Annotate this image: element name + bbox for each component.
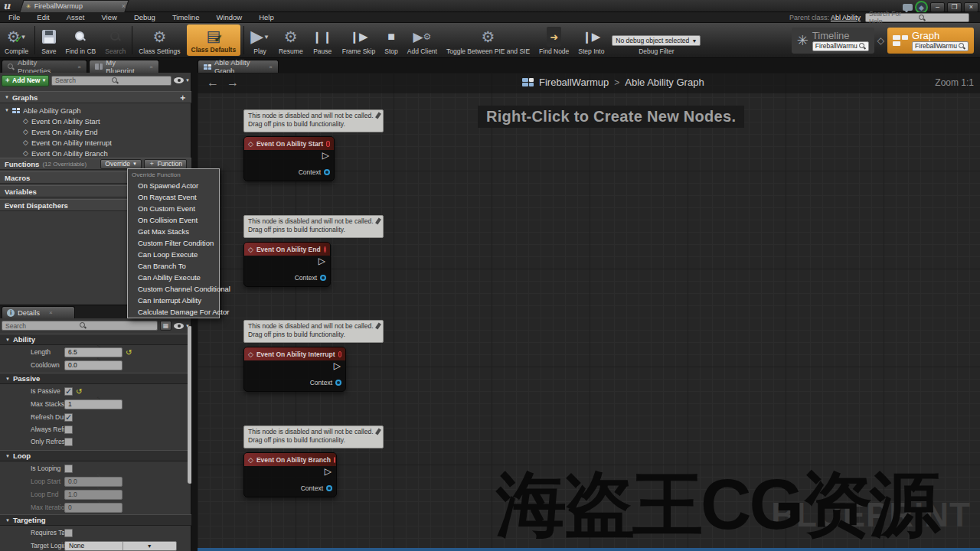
tree-item-event-on-ability-branch[interactable]: ◇ Event On Ability Branch xyxy=(0,148,191,158)
menu-item-on-collision-event[interactable]: On Collision Event xyxy=(128,214,219,226)
exec-output-pin[interactable]: ▷ xyxy=(318,256,325,266)
find-in-cb-button[interactable]: Find in CB xyxy=(61,23,101,57)
is-passive-checkbox[interactable] xyxy=(64,387,73,396)
loop-end-input[interactable]: 1.0↔ xyxy=(64,490,122,500)
view-options-button[interactable]: ▼ xyxy=(174,77,190,83)
requires-target-checkbox[interactable] xyxy=(64,529,73,537)
stop-button[interactable]: ■ Stop xyxy=(380,23,403,57)
menu-help[interactable]: Help xyxy=(250,13,283,21)
class-settings-button[interactable]: ⚙ Class Settings xyxy=(134,23,185,57)
menu-item-get-max-stacks[interactable]: Get Max Stacks xyxy=(128,226,219,237)
frame-skip-button[interactable]: ❙▶ Frame Skip xyxy=(338,23,380,57)
close-icon[interactable]: × xyxy=(269,64,273,70)
max-stacks-input[interactable]: 1↔ xyxy=(64,399,122,409)
tree-item-event-on-ability-start[interactable]: ◇ Event On Ability Start xyxy=(0,116,191,126)
search-button[interactable]: Search xyxy=(100,23,130,57)
close-icon[interactable]: × xyxy=(77,64,81,70)
close-icon[interactable]: × xyxy=(49,309,53,316)
help-search-input[interactable]: Search For Help xyxy=(865,13,969,22)
refresh-duration-checkbox[interactable] xyxy=(64,413,73,422)
menu-item-calculate-damage-for-actor[interactable]: Calculate Damage For Actor xyxy=(128,306,219,318)
tab-ability-properties[interactable]: Ability Properties × xyxy=(2,60,87,73)
node-event-on-ability-interrupt[interactable]: ◇Event On Ability Interrupt ▷ Context xyxy=(243,347,346,392)
loop-start-input[interactable]: 0.0↔ xyxy=(64,477,122,487)
add-graph-button[interactable]: ＋ xyxy=(178,92,187,103)
debug-object-select[interactable]: No debug object selected ▼ xyxy=(612,35,701,46)
tab-details[interactable]: i Details × xyxy=(2,306,75,318)
maximize-button[interactable]: ❐ xyxy=(947,2,962,12)
menu-window[interactable]: Window xyxy=(207,13,250,21)
is-looping-checkbox[interactable] xyxy=(64,465,73,473)
breadcrumb-root[interactable]: FireballWarmup xyxy=(539,77,609,88)
class-defaults-button[interactable]: ▤✓ Class Defaults xyxy=(187,24,241,56)
parent-class-link[interactable]: Abl Ability xyxy=(831,14,861,21)
only-refresh-loop-checkbox[interactable] xyxy=(64,438,73,446)
expander-icon[interactable]: ▼ xyxy=(5,108,9,112)
nav-back-button[interactable]: ← xyxy=(207,76,219,90)
find-node-button[interactable]: ➜ Find Node xyxy=(534,23,573,57)
tree-item-able-ability-graph[interactable]: ▼ Able Ability Graph xyxy=(0,105,191,116)
pause-button[interactable]: ❙❙ Pause xyxy=(308,23,338,57)
context-output-pin[interactable] xyxy=(324,169,330,175)
context-output-pin[interactable] xyxy=(335,380,341,386)
revert-icon[interactable]: ↺ xyxy=(76,387,82,396)
graph-search-field[interactable]: FireballWarmu xyxy=(912,41,969,51)
close-button[interactable]: × xyxy=(964,2,978,12)
revert-icon[interactable]: ↺ xyxy=(126,348,132,357)
graph-mode-button[interactable]: Graph FireballWarmu xyxy=(887,28,974,54)
target-logic-select[interactable]: None ▼ xyxy=(64,541,177,551)
tab-my-blueprint[interactable]: My Blueprint × xyxy=(89,60,159,73)
property-matrix-icon[interactable]: ▦ xyxy=(160,321,172,331)
menu-item-can-interrupt-ability[interactable]: Can Interrupt Ability xyxy=(128,295,219,306)
max-iterations-input[interactable]: 0↔ xyxy=(64,503,122,513)
exec-output-pin[interactable]: ▷ xyxy=(334,360,341,371)
close-icon[interactable]: × xyxy=(149,64,153,70)
always-refresh-checkbox[interactable] xyxy=(64,425,73,434)
cooldown-input[interactable]: 0.0↔ xyxy=(64,360,122,370)
menu-item-can-branch-to[interactable]: Can Branch To xyxy=(128,260,219,272)
blueprint-search-input[interactable]: Search xyxy=(51,76,172,86)
step-into-button[interactable]: ❙▶ Step Into xyxy=(573,23,609,57)
tree-item-event-on-ability-end[interactable]: ◇ Event On Ability End xyxy=(0,126,191,137)
nav-forward-button[interactable]: → xyxy=(227,76,239,90)
node-event-on-ability-branch[interactable]: ◇Event On Ability Branch ▷ Context xyxy=(243,452,337,497)
menu-edit[interactable]: Edit xyxy=(28,13,57,21)
exec-output-pin[interactable]: ▷ xyxy=(322,150,329,161)
menu-view[interactable]: View xyxy=(93,13,125,21)
timeline-search-field[interactable]: FireballWarmu xyxy=(812,41,869,51)
length-input[interactable]: 6.5↔ xyxy=(64,347,122,357)
menu-item-custom-filter-condition[interactable]: Custom Filter Condition xyxy=(128,237,219,249)
menu-item-on-raycast-event[interactable]: On Raycast Event xyxy=(128,191,219,203)
node-event-on-ability-end[interactable]: ◇Event On Ability End ▷ Context xyxy=(243,242,331,287)
menu-file[interactable]: File xyxy=(0,13,28,21)
breadcrumb-current[interactable]: Able Ability Graph xyxy=(625,77,704,88)
save-button[interactable]: Save xyxy=(37,23,60,57)
menu-item-custom-channel-conditional[interactable]: Custom Channel Conditional xyxy=(128,283,219,295)
tree-item-event-on-ability-interrupt[interactable]: ◇ Event On Ability Interrupt xyxy=(0,137,191,148)
menu-debug[interactable]: Debug xyxy=(126,13,164,21)
toggle-pie-sie-button[interactable]: ⚙ Toggle Between PIE and SIE xyxy=(442,23,534,57)
add-new-button[interactable]: ＋ Add New ▼ xyxy=(2,75,49,86)
chevron-down-icon[interactable]: ▼ xyxy=(263,34,270,41)
add-client-button[interactable]: ▶⚙ Add Client xyxy=(403,23,442,57)
timeline-mode-button[interactable]: ✳ Timeline FireballWarmu xyxy=(792,28,874,54)
resume-button[interactable]: ⚙ Resume xyxy=(274,23,308,57)
asset-tab-close-icon[interactable]: × xyxy=(122,2,126,10)
node-event-on-ability-start[interactable]: ◇Event On Ability Start ▷ Context xyxy=(243,136,335,181)
menu-item-on-spawned-actor[interactable]: On Spawned Actor xyxy=(128,180,219,191)
tab-able-ability-graph[interactable]: Able Ability Graph × xyxy=(198,60,279,73)
menu-item-on-custom-event[interactable]: On Custom Event xyxy=(128,203,219,214)
passive-category-header[interactable]: ▼ Passive xyxy=(0,373,191,384)
asset-tab[interactable]: ✳ FireballWarmup × xyxy=(26,1,133,11)
compile-button[interactable]: ⚙✓▼ Compile xyxy=(0,23,33,57)
targeting-category-header[interactable]: ▼ Targeting xyxy=(0,514,191,526)
context-output-pin[interactable] xyxy=(326,485,332,491)
override-dropdown-button[interactable]: Override ▼ xyxy=(100,159,142,169)
exec-output-pin[interactable]: ▷ xyxy=(325,466,332,477)
graph-editor-canvas[interactable]: ← → FireballWarmup > Able Ability Graph … xyxy=(198,73,980,551)
loop-category-header[interactable]: ▼ Loop xyxy=(0,450,191,461)
menu-item-can-ability-execute[interactable]: Can Ability Execute xyxy=(128,272,219,283)
add-function-button[interactable]: ＋ Function xyxy=(144,159,187,169)
menu-asset[interactable]: Asset xyxy=(58,13,93,21)
context-output-pin[interactable] xyxy=(320,275,326,281)
